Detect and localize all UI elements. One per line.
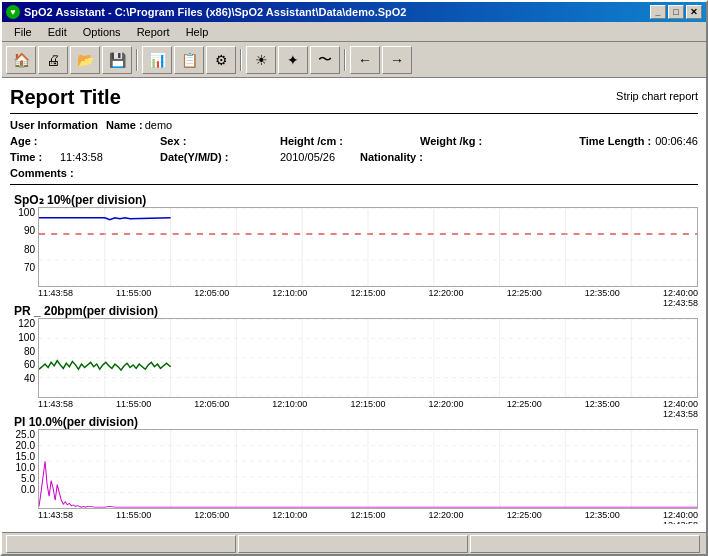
pi-y-25: 25.0 (16, 429, 35, 440)
title-bar: ♥ SpO2 Assistant - C:\Program Files (x86… (2, 2, 706, 22)
spo2-x-3: 12:10:00 (272, 288, 307, 302)
chart-button[interactable]: 📊 (142, 46, 172, 74)
pi-x-5: 12:20:00 (429, 510, 464, 524)
status-panel-1 (6, 535, 236, 553)
print-button[interactable]: 🖨 (38, 46, 68, 74)
menu-report[interactable]: Report (129, 24, 178, 40)
spo2-y-axis: 100 90 80 70 (10, 207, 38, 287)
time-length-label: Time Length : (579, 133, 651, 149)
home-button[interactable]: 🏠 (6, 46, 36, 74)
pi-y-5: 5.0 (21, 473, 35, 484)
status-bar (2, 532, 706, 554)
menu-file[interactable]: File (6, 24, 40, 40)
settings-button[interactable]: ⚙ (206, 46, 236, 74)
menu-bar: File Edit Options Report Help (2, 22, 706, 42)
pr-x-0: 11:43:58 (38, 399, 73, 413)
toolbar: 🏠 🖨 📂 💾 📊 📋 ⚙ ☀ ✦ 〜 ← → (2, 42, 706, 78)
pi-y-20: 20.0 (16, 440, 35, 451)
date-value: 2010/05/26 (280, 149, 360, 165)
report-title: Report Title (10, 86, 121, 109)
info-row-4: Comments : (10, 165, 698, 181)
forward-button[interactable]: → (382, 46, 412, 74)
spo2-x-5: 12:20:00 (429, 288, 464, 302)
nationality-label: Nationality : (360, 149, 440, 165)
spo2-svg (39, 208, 697, 286)
separator-3 (344, 49, 346, 71)
spo2-x-1: 11:55:00 (116, 288, 151, 302)
height-label: Height /cm : (280, 133, 360, 149)
comments-label: Comments : (10, 165, 74, 181)
back-button[interactable]: ← (350, 46, 380, 74)
spo2-chart-wrapper: 100 90 80 70 (10, 207, 698, 287)
pr-x-3: 12:10:00 (272, 399, 307, 413)
pi-y-axis: 25.0 20.0 15.0 10.0 5.0 0.0 (10, 429, 38, 509)
pr-y-40: 40 (24, 373, 35, 384)
wave-button[interactable]: 〜 (310, 46, 340, 74)
pr-x-2: 12:05:00 (194, 399, 229, 413)
status-panel-3 (470, 535, 700, 553)
pr-y-120: 120 (18, 318, 35, 329)
weight-label: Weight /kg : (420, 133, 500, 149)
spo2-chart-title: SpO₂ 10%(per division) (10, 191, 698, 207)
spo2-x-2: 12:05:00 (194, 288, 229, 302)
strip-chart-label: Strip chart report (616, 90, 698, 102)
pi-x-2: 12:05:00 (194, 510, 229, 524)
info-row-2: Age : Sex : Height /cm : Weight /kg : Ti… (10, 133, 698, 149)
close-button[interactable]: ✕ (686, 5, 702, 19)
pi-svg (39, 430, 697, 508)
spo2-chart-section: SpO₂ 10%(per division) 100 90 80 70 (10, 191, 698, 302)
status-panel-2 (238, 535, 468, 553)
name-label: Name : (106, 117, 143, 133)
spo2-chart-area (38, 207, 698, 287)
pr-x-7: 12:35:00 (585, 399, 620, 413)
charts-container: SpO₂ 10%(per division) 100 90 80 70 (10, 191, 698, 524)
minimize-button[interactable]: _ (650, 5, 666, 19)
pr-x-4: 12:15:00 (350, 399, 385, 413)
sex-label: Sex : (160, 133, 200, 149)
menu-options[interactable]: Options (75, 24, 129, 40)
app-icon: ♥ (6, 5, 20, 19)
menu-edit[interactable]: Edit (40, 24, 75, 40)
menu-help[interactable]: Help (178, 24, 217, 40)
spo2-x-4: 12:15:00 (350, 288, 385, 302)
pr-svg (39, 319, 697, 397)
spo2-x-0: 11:43:58 (38, 288, 73, 302)
time-label: Time : (10, 149, 60, 165)
pr-y-axis: 120 100 80 60 40 (10, 318, 38, 398)
pr-y-80: 80 (24, 346, 35, 357)
title-bar-left: ♥ SpO2 Assistant - C:\Program Files (x86… (6, 5, 406, 19)
name-value: demo (145, 117, 173, 133)
spo2-x-7: 12:35:00 (585, 288, 620, 302)
data-button[interactable]: 📋 (174, 46, 204, 74)
pi-chart-title: PI 10.0%(per division) (10, 413, 698, 429)
age-label: Age : (10, 133, 60, 149)
pr-x-labels: 11:43:58 11:55:00 12:05:00 12:10:00 12:1… (10, 399, 698, 413)
maximize-button[interactable]: □ (668, 5, 684, 19)
pi-y-0: 0.0 (21, 484, 35, 495)
pr-chart-section: PR _ 20bpm(per division) 120 100 80 60 4… (10, 302, 698, 413)
save-button[interactable]: 💾 (102, 46, 132, 74)
star-button[interactable]: ✦ (278, 46, 308, 74)
pi-x-3: 12:10:00 (272, 510, 307, 524)
spo2-y-70: 70 (24, 262, 35, 273)
title-bar-buttons: _ □ ✕ (650, 5, 702, 19)
spo2-x-6: 12:25:00 (507, 288, 542, 302)
pi-chart-area (38, 429, 698, 509)
pr-x-1: 11:55:00 (116, 399, 151, 413)
pr-chart-title: PR _ 20bpm(per division) (10, 302, 698, 318)
pi-y-15: 15.0 (16, 451, 35, 462)
open-button[interactable]: 📂 (70, 46, 100, 74)
separator-1 (136, 49, 138, 71)
pi-y-10: 10.0 (16, 462, 35, 473)
user-info-label: User Information (10, 117, 98, 133)
spo2-y-100: 100 (18, 207, 35, 218)
separator-2 (240, 49, 242, 71)
info-row-3: Time : 11:43:58 Date(Y/M/D) : 2010/05/26… (10, 149, 698, 165)
spo2-x-8: 12:40:0012:43:58 (663, 288, 698, 302)
info-row-1: User Information Name : demo (10, 117, 698, 133)
pr-y-60: 60 (24, 359, 35, 370)
report-header: Report Title Strip chart report (10, 86, 698, 109)
time-value: 11:43:58 (60, 149, 160, 165)
spo2-y-90: 90 (24, 225, 35, 236)
sun-button[interactable]: ☀ (246, 46, 276, 74)
